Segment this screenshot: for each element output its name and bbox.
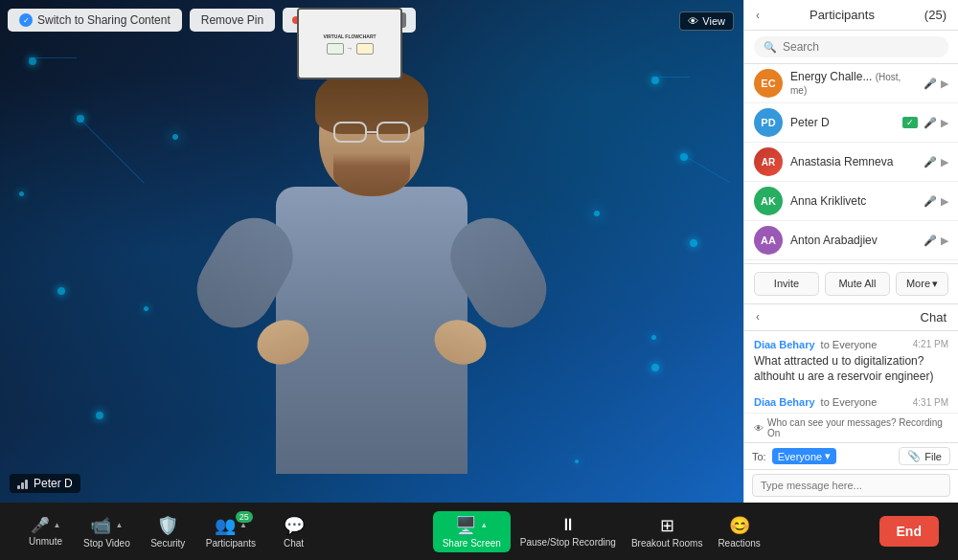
avatar: AR [754,147,783,176]
share-screen-label: Share Screen [443,538,501,549]
participants-icon: 👥 [215,515,236,536]
more-button[interactable]: More ▾ [896,272,948,296]
participant-controls: 🎤 ▶ [924,195,948,208]
thumbnail-title: VIRTUAL FLOWCHART [323,34,376,39]
mic-caret[interactable]: ▲ [54,521,61,529]
mic-muted-icon: 🎤 [924,78,937,90]
chevron-down-icon: ▾ [825,450,831,462]
share-screen-button[interactable]: 🖥️ ▲ Share Screen [433,511,511,552]
chat-messages: Diaa Behary to Everyone 4:21 PM What att… [744,331,958,414]
participants-count: (25) [924,8,947,22]
search-icon: 🔍 [764,41,777,54]
eye-icon: 👁 [754,423,764,434]
pause-stop-label: Pause/Stop Recording [520,537,616,548]
participants-header: ‹ Participants (25) [744,0,958,31]
stop-video-button[interactable]: 📹 ▲ Stop Video [78,511,136,552]
end-button[interactable]: End [879,516,939,547]
participant-item-peter: PD Peter D ✓ 🎤 ▶ [744,103,958,143]
shield-icon: 🛡️ [157,515,178,536]
video-icon: ▶ [941,117,948,129]
participant-name: Peter D [790,116,895,129]
switch-to-sharing-button[interactable]: ✓ Switch to Sharing Content [8,9,182,32]
unmute-button[interactable]: 🎤 ▲ Unmute [19,512,72,550]
right-panel: ‹ Participants (25) 🔍 EC Energy Challe..… [743,0,958,503]
chat-text: What attracted u to digitalization? alth… [754,353,948,386]
participant-controls: 🎤 ▶ [924,156,948,168]
participant-name: Anna Kriklivetc [790,194,916,208]
toolbar-center: 🖥️ ▲ Share Screen ⏸ Pause/Stop Recording… [433,511,766,552]
chat-recipient: to Everyone [821,396,878,408]
participants-button[interactable]: 👥 25 ▲ Participants [200,511,262,552]
participants-label: Participants [206,538,256,549]
chat-input[interactable] [752,474,950,497]
video-caret[interactable]: ▲ [115,521,123,529]
speaker-video [132,62,611,474]
avatar: EC [754,69,783,98]
video-main: ✓ Switch to Sharing Content Remove Pin R… [0,0,743,503]
security-button[interactable]: 🛡️ Security [142,511,194,552]
chat-input-area [744,469,958,503]
participant-controls: ✓ 🎤 ▶ [902,117,948,129]
chat-label: Chat [284,538,304,549]
video-icon: ▶ [941,235,948,247]
chat-icon: 💬 [284,515,305,536]
signal-bars [17,478,28,489]
search-input[interactable] [783,40,939,54]
chat-message-1: Diaa Behary to Everyone 4:21 PM What att… [754,339,948,386]
breakout-label: Breakout Rooms [631,538,702,549]
chat-header: ‹ Chat [744,304,958,331]
breakout-rooms-button[interactable]: ⊞ Breakout Rooms [626,511,708,552]
chat-sender: Diaa Behary [754,339,815,350]
participants-badge: 25 [236,511,253,523]
participant-name: Energy Challe... (Host, me) [790,70,916,97]
participants-title: Participants [810,8,875,22]
speaker-name-label: Peter D [10,474,80,493]
mic-icon: 🎤 [924,117,937,129]
shared-screen-thumbnail[interactable]: VIRTUAL FLOWCHART → [297,8,402,79]
participant-item-host: EC Energy Challe... (Host, me) 🎤 ▶ [744,64,958,103]
mic-muted-icon: 🎤 [31,516,50,534]
chat-button[interactable]: 💬 Chat [267,511,320,552]
chat-recipient-dropdown[interactable]: Everyone ▾ [772,448,836,464]
remove-pin-button[interactable]: Remove Pin [190,9,275,32]
participant-name: Anastasia Remneva [790,155,916,168]
chat-to-line: To: Everyone ▾ 📎 File [744,442,958,469]
chevron-icon[interactable]: ‹ [756,310,760,324]
chat-privacy-notice: 👁 Who can see your messages? Recording O… [744,413,958,442]
chat-recipient: to Everyone [821,339,878,350]
security-label: Security [150,538,185,549]
avatar: AK [754,187,783,215]
chevron-down-icon: ▾ [932,278,938,290]
participant-item-anna: AK Anna Kriklivetc 🎤 ▶ [744,182,958,221]
file-icon: 📎 [907,450,921,462]
participant-search-box: 🔍 [744,31,958,64]
pause-stop-recording-button[interactable]: ⏸ Pause/Stop Recording [514,511,622,551]
toolbar-left: 🎤 ▲ Unmute 📹 ▲ Stop Video 🛡️ Security 👥 … [19,511,320,552]
reactions-label: Reactions [718,538,760,549]
video-icon: ▶ [941,78,948,90]
participant-action-buttons: Invite Mute All More ▾ [744,263,958,304]
thumbnail-diagram: → [327,43,374,55]
chat-file-button[interactable]: 📎 File [899,447,950,465]
participant-item-anastasia: AR Anastasia Remneva 🎤 ▶ [744,143,958,182]
video-icon: ▶ [941,156,948,168]
chat-sender: Diaa Behary [754,396,815,408]
unmute-label: Unmute [29,536,62,547]
mute-all-button[interactable]: Mute All [825,272,890,296]
chat-time: 4:31 PM [913,397,948,408]
participant-item-anton: AA Anton Arabadjiev 🎤 ▶ [744,221,958,260]
chat-message-2: Diaa Behary to Everyone 4:31 PM Are the … [754,396,948,413]
mic-muted-icon: 🎤 [924,235,937,247]
view-icon: 👁 [688,15,698,27]
participant-name: Anton Arabadjiev [790,234,916,247]
mic-muted-icon: 🎤 [924,195,937,208]
chevron-left-icon[interactable]: ‹ [756,9,760,22]
invite-button[interactable]: Invite [754,272,819,296]
reactions-button[interactable]: 😊 Reactions [712,511,765,552]
avatar: AA [754,226,783,255]
chat-section: ‹ Chat Diaa Behary to Everyone 4:21 PM W… [744,304,958,504]
view-button[interactable]: 👁 View [679,11,734,31]
participant-controls: 🎤 ▶ [924,78,948,90]
recording-icon: ⏸ [559,515,577,535]
share-screen-caret[interactable]: ▲ [480,521,488,529]
